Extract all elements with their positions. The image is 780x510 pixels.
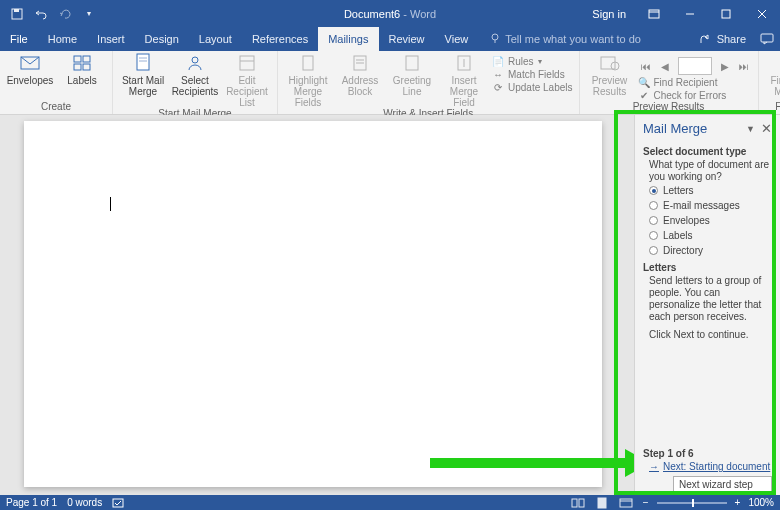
insert-merge-field-button[interactable]: Insert Merge Field: [440, 53, 488, 108]
status-page[interactable]: Page 1 of 1: [6, 497, 57, 508]
svg-rect-15: [83, 64, 90, 70]
save-icon[interactable]: [10, 7, 24, 21]
radio-icon: [649, 201, 658, 210]
check-errors-button[interactable]: ✔Check for Errors: [638, 89, 752, 101]
share-label: Share: [717, 33, 746, 45]
tab-design[interactable]: Design: [135, 27, 189, 51]
document-icon: [132, 53, 154, 73]
radio-icon: [649, 231, 658, 240]
tab-home[interactable]: Home: [38, 27, 87, 51]
status-proofing-icon[interactable]: [112, 497, 126, 509]
tell-me-search[interactable]: Tell me what you want to do: [478, 27, 641, 51]
pane-options-icon[interactable]: ▼: [746, 124, 755, 134]
rules-button[interactable]: 📄Rules▾: [492, 55, 573, 67]
ribbon-tabs: File Home Insert Design Layout Reference…: [0, 27, 780, 51]
start-mail-merge-button[interactable]: Start Mail Merge: [119, 53, 167, 97]
preview-icon: [599, 53, 621, 73]
greeting-line-button[interactable]: Greeting Line: [388, 53, 436, 97]
address-block-button[interactable]: Address Block: [336, 53, 384, 97]
radio-icon: [649, 186, 658, 195]
record-number-field[interactable]: [678, 57, 712, 75]
share-icon: [700, 34, 712, 44]
select-recipients-button[interactable]: Select Recipients: [171, 53, 219, 97]
pane-close-icon[interactable]: ✕: [755, 121, 772, 136]
next-step-link[interactable]: → Next: Starting document: [649, 461, 770, 472]
preview-results-button[interactable]: Preview Results: [586, 53, 634, 97]
update-labels-button[interactable]: ⟳Update Labels: [492, 81, 573, 93]
mail-merge-pane: Mail Merge ▼ ✕ Select document type What…: [634, 115, 780, 495]
close-icon[interactable]: [744, 0, 780, 27]
pane-footer: Step 1 of 6 → Next: Starting document Ne…: [643, 444, 772, 493]
envelopes-button[interactable]: Envelopes: [6, 53, 54, 86]
letters-description: Send letters to a group of people. You c…: [643, 275, 772, 323]
app-name: Word: [410, 8, 436, 20]
option-letters[interactable]: Letters: [649, 185, 772, 196]
document-name: Document6: [344, 8, 400, 20]
read-mode-icon[interactable]: [569, 496, 587, 510]
window-title: Document6 - Word: [344, 8, 436, 20]
highlight-icon: [297, 53, 319, 73]
find-recipient-button[interactable]: 🔍Find Recipient: [638, 76, 752, 88]
svg-rect-12: [74, 56, 81, 62]
prev-record-icon[interactable]: ◀: [657, 58, 673, 74]
minimize-icon[interactable]: [672, 0, 708, 27]
last-record-icon[interactable]: ⏭: [736, 58, 752, 74]
zoom-out-icon[interactable]: −: [641, 497, 651, 508]
tab-layout[interactable]: Layout: [189, 27, 242, 51]
print-layout-icon[interactable]: [593, 496, 611, 510]
record-nav: ⏮ ◀ ▶ ⏭: [638, 55, 752, 75]
tab-file[interactable]: File: [0, 27, 38, 51]
radio-icon: [649, 246, 658, 255]
tab-view[interactable]: View: [435, 27, 479, 51]
svg-marker-34: [625, 449, 634, 477]
maximize-icon[interactable]: [708, 0, 744, 27]
zoom-in-icon[interactable]: +: [733, 497, 743, 508]
share-button[interactable]: Share: [692, 27, 754, 51]
undo-icon[interactable]: [34, 7, 48, 21]
option-envelopes[interactable]: Envelopes: [649, 215, 772, 226]
status-words[interactable]: 0 words: [67, 497, 102, 508]
qat-customize-icon[interactable]: ▾: [82, 7, 96, 21]
group-finish-label: Finish: [765, 101, 781, 114]
next-prompt: Click Next to continue.: [643, 329, 772, 341]
option-labels[interactable]: Labels: [649, 230, 772, 241]
svg-rect-14: [74, 64, 81, 70]
page[interactable]: [24, 121, 602, 487]
svg-rect-37: [579, 499, 584, 507]
ribbon: Envelopes Labels Create Start Mail Merge…: [0, 51, 780, 115]
find-icon: 🔍: [638, 76, 650, 88]
svg-rect-13: [83, 56, 90, 62]
svg-rect-1: [14, 9, 19, 12]
tell-me-placeholder: Tell me what you want to do: [505, 33, 641, 45]
svg-rect-5: [722, 10, 730, 18]
sign-in-link[interactable]: Sign in: [582, 8, 636, 20]
finish-merge-button[interactable]: Finish & Merge: [765, 53, 781, 97]
tab-review[interactable]: Review: [379, 27, 435, 51]
first-record-icon[interactable]: ⏮: [638, 58, 654, 74]
group-preview-label: Preview Results: [586, 101, 752, 114]
match-fields-button[interactable]: ↔Match Fields: [492, 68, 573, 80]
svg-rect-16: [137, 54, 149, 70]
option-directory[interactable]: Directory: [649, 245, 772, 256]
redo-icon[interactable]: [58, 7, 72, 21]
quick-access-toolbar: ▾: [0, 7, 96, 21]
labels-button[interactable]: Labels: [58, 53, 106, 86]
zoom-level[interactable]: 100%: [748, 497, 774, 508]
group-preview: Preview Results ⏮ ◀ ▶ ⏭ 🔍Find Recipient …: [580, 51, 759, 114]
edit-recipient-list-button[interactable]: Edit Recipient List: [223, 53, 271, 108]
zoom-slider[interactable]: [657, 502, 727, 504]
svg-rect-20: [240, 56, 254, 70]
group-create-label: Create: [6, 101, 106, 114]
tab-mailings[interactable]: Mailings: [318, 27, 378, 51]
comments-icon[interactable]: [754, 27, 780, 51]
document-area[interactable]: [0, 115, 634, 495]
option-email[interactable]: E-mail messages: [649, 200, 772, 211]
ribbon-display-options-icon[interactable]: [636, 0, 672, 27]
tab-insert[interactable]: Insert: [87, 27, 135, 51]
svg-rect-2: [649, 10, 659, 18]
web-layout-icon[interactable]: [617, 496, 635, 510]
highlight-merge-fields-button[interactable]: Highlight Merge Fields: [284, 53, 332, 108]
tab-references[interactable]: References: [242, 27, 318, 51]
next-record-icon[interactable]: ▶: [717, 58, 733, 74]
labels-icon: [71, 53, 93, 73]
